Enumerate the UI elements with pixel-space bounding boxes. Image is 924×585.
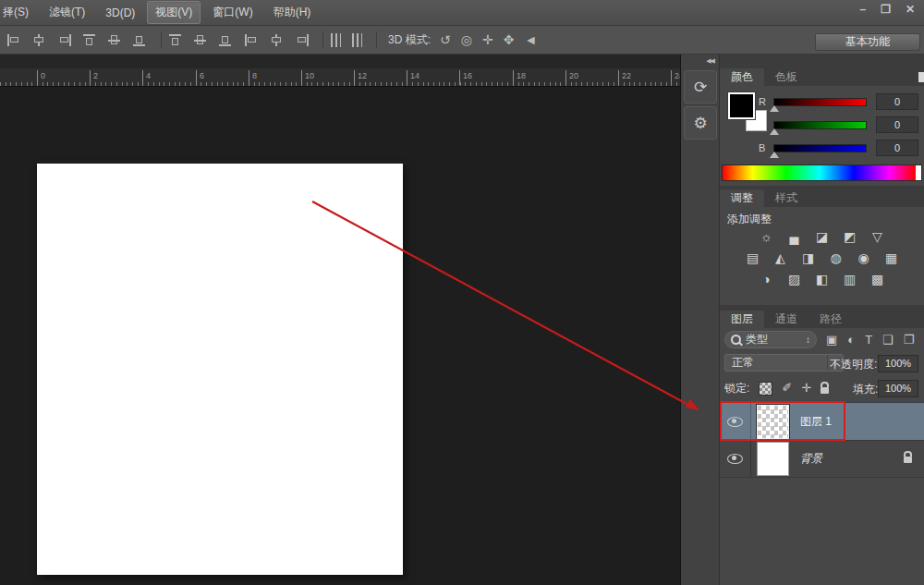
align-horizontal-centers-icon[interactable] bbox=[32, 34, 46, 46]
photo-filter-icon[interactable]: ◍ bbox=[828, 250, 844, 265]
layer-row-background[interactable]: 背景 bbox=[720, 440, 924, 478]
blue-slider-row: B 0 bbox=[759, 141, 918, 156]
green-slider-thumb[interactable] bbox=[770, 128, 779, 135]
roll-3d-icon[interactable]: ◎ bbox=[461, 33, 472, 46]
threshold-icon[interactable]: ◧ bbox=[814, 272, 830, 286]
align-bottom-edges-icon[interactable] bbox=[133, 34, 147, 46]
tab-layers[interactable]: 图层 bbox=[720, 311, 764, 328]
blend-mode-dropdown[interactable]: 正常 ↕ bbox=[724, 354, 844, 372]
channel-mixer-icon[interactable]: ◉ bbox=[856, 250, 871, 265]
align-right-edges-icon[interactable] bbox=[57, 34, 71, 46]
invert-icon[interactable]: ◑ bbox=[759, 272, 774, 286]
collapsed-panel-strip: ◀◀ ⟳ ⚙ bbox=[681, 55, 720, 585]
menu-view[interactable]: 视图(V) bbox=[147, 1, 201, 24]
horizontal-ruler[interactable]: 0 2 4 6 8 10 12 14 16 18 20 22 24 bbox=[0, 68, 680, 87]
align-group-2 bbox=[83, 34, 147, 46]
filter-smart-object-layers-icon[interactable]: ❐ bbox=[904, 332, 915, 347]
filter-type-layers-icon[interactable]: T bbox=[865, 332, 872, 347]
layer-name[interactable]: 背景 bbox=[800, 451, 822, 467]
menu-filter[interactable]: 滤镜(T) bbox=[41, 1, 93, 24]
distribute-left-edges-icon[interactable] bbox=[245, 34, 259, 46]
posterize-icon[interactable]: ▨ bbox=[786, 272, 802, 286]
hue-saturation-icon[interactable]: ▤ bbox=[745, 250, 760, 265]
toolbar-separator bbox=[376, 31, 377, 48]
blue-slider-thumb[interactable] bbox=[770, 152, 779, 158]
layer-filter-dropdown[interactable]: 类型 ↕ bbox=[724, 331, 817, 348]
orbit-3d-icon[interactable]: ↺ bbox=[440, 33, 451, 46]
distribute-horizontal-centers-icon[interactable] bbox=[270, 34, 284, 46]
gradient-map-icon[interactable]: ▥ bbox=[842, 272, 857, 286]
distribute-group-1 bbox=[169, 34, 233, 46]
menu-help[interactable]: 帮助(H) bbox=[265, 1, 320, 24]
align-vertical-centers-icon[interactable] bbox=[108, 34, 122, 46]
lock-position-icon[interactable]: ✛ bbox=[801, 382, 811, 395]
red-slider-label: R bbox=[759, 96, 766, 107]
foreground-color-swatch[interactable] bbox=[728, 92, 755, 119]
color-lookup-icon[interactable]: ▦ bbox=[883, 250, 899, 265]
tab-styles[interactable]: 样式 bbox=[764, 189, 808, 207]
red-slider-track[interactable] bbox=[773, 98, 867, 106]
chevron-updown-icon: ↕ bbox=[806, 335, 810, 345]
filter-adjustment-layers-icon[interactable]: ◐ bbox=[847, 332, 855, 347]
annotation-highlight-rect bbox=[720, 401, 845, 441]
ruler-number: 10 bbox=[301, 70, 314, 85]
panel-menu-icon[interactable] bbox=[918, 72, 924, 82]
workspace-button[interactable]: 基本功能 bbox=[815, 33, 920, 51]
filter-shape-layers-icon[interactable]: ❑ bbox=[882, 332, 894, 347]
lock-all-icon[interactable] bbox=[821, 387, 829, 394]
distribute-right-edges-icon[interactable] bbox=[295, 34, 309, 46]
color-balance-icon[interactable]: ◭ bbox=[772, 250, 788, 265]
tab-swatches[interactable]: 色板 bbox=[764, 68, 808, 86]
minimize-icon[interactable]: – bbox=[859, 3, 866, 16]
selective-color-icon[interactable]: ▩ bbox=[869, 272, 885, 286]
visibility-cell[interactable] bbox=[720, 441, 751, 477]
close-icon[interactable]: ✕ bbox=[906, 3, 915, 16]
align-top-edges-icon[interactable] bbox=[83, 34, 97, 46]
pan-3d-icon[interactable]: ✛ bbox=[482, 33, 493, 46]
color-spectrum-ramp[interactable] bbox=[722, 165, 922, 181]
distribute-horizontal-spacing-icon[interactable] bbox=[331, 33, 341, 47]
filter-image-layers-icon[interactable]: ▣ bbox=[826, 332, 837, 347]
vibrance-icon[interactable]: ▽ bbox=[869, 229, 885, 244]
slide-3d-icon[interactable]: ✥ bbox=[504, 33, 515, 46]
exposure-icon[interactable]: ◩ bbox=[842, 229, 857, 244]
properties-panel-button[interactable]: ⚙ bbox=[684, 106, 717, 140]
canvas-area: 0 2 4 6 8 10 12 14 16 18 20 22 24 bbox=[0, 55, 681, 585]
align-left-edges-icon[interactable] bbox=[7, 34, 21, 46]
restore-icon[interactable]: ❐ bbox=[881, 3, 891, 16]
distribute-bottom-edges-icon[interactable] bbox=[219, 34, 233, 46]
background-thumbnail[interactable] bbox=[757, 442, 789, 476]
tab-channels[interactable]: 通道 bbox=[764, 311, 808, 328]
blue-slider-track[interactable] bbox=[773, 144, 867, 152]
tab-color[interactable]: 颜色 bbox=[720, 68, 764, 86]
lock-image-pixels-icon[interactable]: ✐ bbox=[782, 382, 792, 395]
tab-adjustments[interactable]: 调整 bbox=[720, 189, 764, 207]
distribute-vertical-spacing-icon[interactable] bbox=[352, 33, 362, 47]
menu-select[interactable]: 择(S) bbox=[0, 1, 37, 24]
collapse-panels-icon[interactable]: ◀◀ bbox=[706, 57, 714, 65]
red-value-field[interactable]: 0 bbox=[876, 93, 918, 110]
distribute-group-2 bbox=[245, 34, 309, 46]
black-white-icon[interactable]: ◨ bbox=[800, 250, 816, 265]
brightness-contrast-icon[interactable]: ☼ bbox=[759, 229, 774, 244]
document-canvas[interactable] bbox=[37, 164, 403, 575]
tab-paths[interactable]: 路径 bbox=[808, 311, 853, 328]
toolbar-separator bbox=[322, 31, 323, 48]
green-slider-track[interactable] bbox=[773, 121, 867, 129]
menu-3d[interactable]: 3D(D) bbox=[97, 3, 143, 23]
lock-transparent-pixels-icon[interactable] bbox=[759, 382, 772, 396]
blue-value-field[interactable]: 0 bbox=[876, 140, 918, 156]
red-slider-thumb[interactable] bbox=[770, 105, 779, 112]
levels-icon[interactable]: ▄ bbox=[786, 229, 802, 244]
mode-label: 3D 模式: bbox=[388, 32, 431, 48]
eye-icon[interactable] bbox=[727, 454, 743, 464]
green-value-field[interactable]: 0 bbox=[876, 116, 918, 133]
menu-window[interactable]: 窗口(W) bbox=[204, 1, 261, 24]
distribute-top-edges-icon[interactable] bbox=[169, 34, 183, 46]
distribute-vertical-centers-icon[interactable] bbox=[194, 34, 208, 46]
curves-icon[interactable]: ◪ bbox=[814, 229, 830, 244]
fill-value-field[interactable]: 100% bbox=[878, 380, 918, 397]
history-panel-button[interactable]: ⟳ bbox=[684, 70, 717, 104]
zoom-camera-3d-icon[interactable]: ◄ bbox=[524, 33, 537, 46]
opacity-value-field[interactable]: 100% bbox=[878, 355, 918, 372]
